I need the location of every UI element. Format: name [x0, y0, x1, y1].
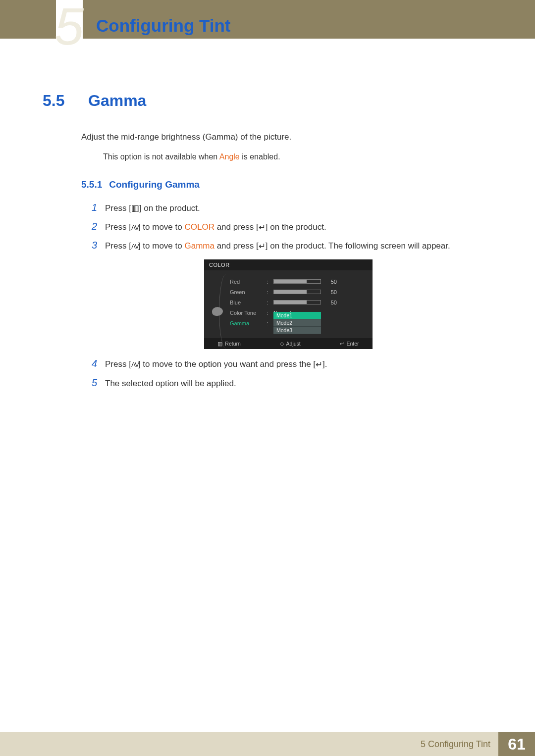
step-5: 5 The selected option will be applied. [88, 377, 488, 390]
step-text: Press [▥] on the product. [105, 202, 488, 215]
note-row: This option is not available when Angle … [103, 152, 488, 161]
page-footer: 5 Configuring Tint 61 [0, 732, 535, 756]
palette-icon [212, 307, 223, 316]
osd-row-blue: Blue : 50 [230, 297, 368, 307]
osd-label: Red [230, 279, 263, 285]
step-number: 3 [88, 240, 97, 251]
enter-icon: ↵ [259, 221, 266, 234]
step-number: 5 [88, 377, 97, 389]
note-prefix: This option is not available when [103, 152, 219, 161]
step-highlight: Gamma [184, 241, 214, 251]
subsection-title: Configuring Gamma [109, 179, 200, 190]
section-title: Gamma [88, 92, 146, 110]
step-text: The selected option will be applied. [105, 377, 488, 390]
osd-label: Green [230, 289, 263, 295]
osd-rows: Red : 50 Green : 50 Blue [230, 276, 368, 328]
osd-value: 50 [325, 289, 337, 295]
osd-footer-return: ▥Return [217, 341, 241, 347]
step-number: 1 [88, 202, 97, 213]
osd-value: 50 [325, 300, 337, 305]
osd-row-red: Red : 50 [230, 276, 368, 287]
step-highlight: COLOR [184, 222, 214, 232]
step-3: 3 Press [ᐱᐯ] to move to Gamma and press … [88, 240, 488, 252]
page-content: 5.5 Gamma Adjust the mid-range brightnes… [43, 92, 488, 396]
updown-icon: ᐱᐯ [131, 242, 138, 252]
enter-icon: ↵ [259, 240, 266, 253]
osd-screenshot: COLOR Red : 50 Green [88, 259, 488, 349]
updown-icon: ᐱᐯ [131, 360, 138, 370]
step-text: Press [ᐱᐯ] to move to COLOR and press [↵… [105, 221, 488, 234]
osd-footer: ▥Return ◇Adjust ↵Enter [204, 338, 373, 349]
section-heading: 5.5 Gamma [43, 92, 488, 110]
chapter-number-bg: 5 [54, 0, 84, 52]
note-suffix: is enabled. [242, 152, 280, 161]
osd-dropdown: Mode1 Mode2 Mode3 [273, 312, 321, 334]
osd-slider [273, 290, 321, 294]
osd-slider [273, 279, 321, 284]
osd-slider-fill [274, 280, 307, 283]
osd-slider-fill [274, 301, 307, 304]
footer-page-number: 61 [498, 732, 535, 756]
osd-title: COLOR [204, 259, 373, 270]
chapter-title: Configuring Tint [96, 16, 231, 36]
note-highlight: Angle [219, 152, 240, 161]
intro-text: Adjust the mid-range brightness (Gamma) … [81, 131, 488, 144]
step-text: Press [ᐱᐯ] to move to Gamma and press [↵… [105, 240, 488, 252]
step-number: 2 [88, 221, 97, 232]
osd-label-active: Gamma [230, 320, 263, 326]
steps-list: 1 Press [▥] on the product. 2 Press [ᐱᐯ]… [88, 202, 488, 390]
enter-icon: ↵ [316, 358, 322, 371]
step-4: 4 Press [ᐱᐯ] to move to the option you w… [88, 358, 488, 371]
updown-icon: ᐱᐯ [131, 223, 138, 233]
footer-chapter-label: 5 Configuring Tint [0, 732, 498, 756]
osd-value: 50 [325, 279, 337, 285]
step-number: 4 [88, 358, 97, 369]
osd-left-column [208, 276, 227, 328]
osd-dropdown-item: Mode2 [273, 319, 321, 327]
subsection-number: 5.5.1 [81, 179, 102, 190]
osd-footer-adjust: ◇Adjust [280, 341, 301, 347]
subsection-heading: 5.5.1 Configuring Gamma [81, 179, 488, 190]
enter-icon: ↵ [340, 341, 344, 347]
osd-panel: COLOR Red : 50 Green [204, 259, 373, 349]
osd-slider [273, 300, 321, 304]
osd-label: Color Tone [230, 310, 263, 316]
osd-body: Red : 50 Green : 50 Blue [204, 270, 373, 338]
osd-dropdown-item: Mode3 [273, 327, 321, 334]
step-1: 1 Press [▥] on the product. [88, 202, 488, 215]
osd-slider-fill [274, 290, 307, 294]
menu-icon: ▥ [131, 202, 139, 215]
osd-row-gamma: Gamma : Mode1 Mode2 Mode3 [230, 318, 368, 328]
adjust-icon: ◇ [280, 341, 284, 347]
osd-label: Blue [230, 300, 263, 305]
osd-dropdown-item-selected: Mode1 [273, 312, 321, 319]
section-number: 5.5 [43, 92, 78, 110]
osd-footer-enter: ↵Enter [340, 341, 359, 347]
step-2: 2 Press [ᐱᐯ] to move to COLOR and press … [88, 221, 488, 234]
step-text: Press [ᐱᐯ] to move to the option you wan… [105, 358, 488, 371]
osd-row-green: Green : 50 [230, 287, 368, 297]
